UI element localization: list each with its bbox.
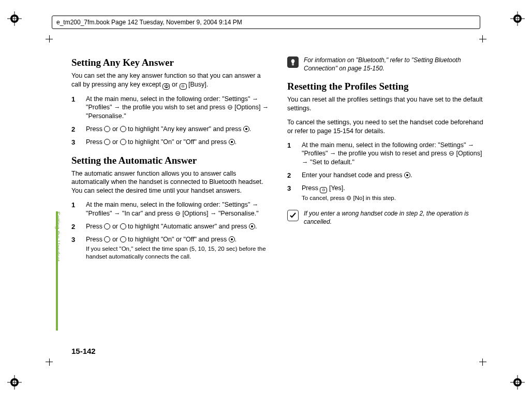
nav-down-icon: [120, 139, 126, 145]
crop-mark-icon: [479, 359, 490, 369]
center-key-icon: [229, 236, 235, 242]
crop-mark-icon: [479, 32, 490, 42]
left-column: Setting Any Key Answer You can set the a…: [71, 56, 270, 344]
step-item: 2Enter your handset code and press .: [287, 171, 485, 180]
center-key-icon: [229, 139, 235, 145]
section-tab: Setting the Handset: [56, 211, 63, 331]
steps-any-key: 1At the main menu, select in the followi…: [71, 95, 270, 147]
heading-auto-answer: Setting the Automatic Answer: [71, 154, 270, 167]
step-item: 1At the main menu, select in the followi…: [71, 200, 270, 218]
center-key-icon: [404, 172, 410, 178]
intro-auto-answer: The automatic answer function allows you…: [71, 169, 270, 196]
info-note: For information on "Bluetooth," refer to…: [287, 56, 485, 73]
step-subnote: To cancel, press ⊖ [No] in this step.: [302, 194, 485, 202]
nav-down-icon: [120, 236, 126, 242]
check-note-text: If you enter a wrong handset code in ste…: [304, 209, 485, 226]
step-subnote: If you select "On," select the time span…: [86, 245, 270, 261]
step-item: 1At the main menu, select in the followi…: [287, 141, 485, 167]
registration-mark-icon: [7, 11, 22, 26]
page-header-text: e_tm200_7fm.book Page 142 Tuesday, Novem…: [56, 19, 242, 26]
nav-up-icon: [104, 126, 110, 132]
step-item: 3Press or to highlight "On" or "Off" and…: [71, 138, 270, 147]
registration-mark-icon: [510, 375, 525, 390]
check-note: If you enter a wrong handset code in ste…: [287, 209, 485, 226]
intro-reset-2: To cancel the settings, you need to set …: [287, 118, 485, 136]
intro-reset-1: You can reset all the profiles settings …: [287, 95, 485, 113]
heading-reset-profiles: Resetting the Profiles Setting: [287, 80, 485, 93]
softkey-icon: ⊖: [320, 187, 327, 193]
nav-up-icon: [104, 139, 110, 145]
crop-mark-icon: [42, 32, 53, 42]
intro-any-key: You can set the any key answer function …: [71, 71, 270, 90]
nav-down-icon: [120, 223, 126, 230]
heading-any-key-answer: Setting Any Key Answer: [71, 56, 270, 69]
lightbulb-icon: [287, 56, 299, 68]
center-key-icon: [249, 223, 255, 230]
page-header: e_tm200_7fm.book Page 142 Tuesday, Novem…: [52, 16, 480, 29]
right-column: For information on "Bluetooth," refer to…: [287, 56, 485, 344]
softkey-icon: ⊖: [180, 83, 187, 90]
step-item: 2Press or to highlight "Automatic answer…: [71, 222, 270, 231]
step-item: 2Press or to highlight "Any key answer" …: [71, 125, 270, 134]
nav-up-icon: [104, 223, 110, 230]
section-tab-label: Setting the Handset: [55, 211, 61, 262]
step-item: 3Press ⊖ [Yes]. To cancel, press ⊖ [No] …: [287, 184, 485, 202]
end-key-icon: ⏻: [162, 83, 170, 90]
nav-down-icon: [120, 126, 126, 132]
page-number: 15-142: [71, 347, 96, 355]
steps-auto-answer: 1At the main menu, select in the followi…: [71, 200, 270, 260]
steps-reset: 1At the main menu, select in the followi…: [287, 141, 485, 202]
info-note-text: For information on "Bluetooth," refer to…: [304, 56, 485, 73]
step-item: 1At the main menu, select in the followi…: [71, 95, 270, 121]
nav-up-icon: [104, 236, 110, 242]
crop-mark-icon: [42, 359, 53, 369]
registration-mark-icon: [510, 11, 525, 26]
registration-mark-icon: [7, 375, 22, 390]
checkmark-icon: [287, 210, 299, 221]
step-item: 3Press or to highlight "On" or "Off" and…: [71, 235, 270, 261]
center-key-icon: [243, 126, 249, 132]
svg-rect-16: [292, 64, 294, 65]
